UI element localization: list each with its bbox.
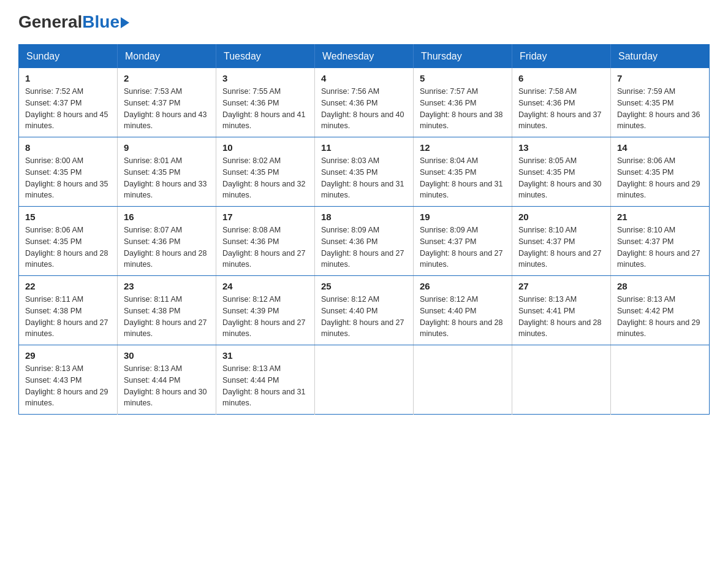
day-info: Sunrise: 8:09 AMSunset: 4:36 PMDaylight:… — [321, 224, 407, 270]
day-number: 24 — [222, 281, 308, 291]
day-info: Sunrise: 8:12 AMSunset: 4:40 PMDaylight:… — [321, 294, 407, 340]
calendar-table: Sunday Monday Tuesday Wednesday Thursday… — [18, 44, 710, 415]
table-row: 5Sunrise: 7:57 AMSunset: 4:36 PMDaylight… — [414, 68, 512, 137]
day-info: Sunrise: 7:56 AMSunset: 4:36 PMDaylight:… — [321, 86, 407, 132]
day-number: 21 — [617, 212, 703, 222]
header-friday: Friday — [512, 45, 611, 69]
day-number: 5 — [420, 73, 506, 83]
day-info: Sunrise: 8:07 AMSunset: 4:36 PMDaylight:… — [124, 224, 210, 270]
table-row: 7Sunrise: 7:59 AMSunset: 4:35 PMDaylight… — [611, 68, 710, 137]
calendar-week-row: 8Sunrise: 8:00 AMSunset: 4:35 PMDaylight… — [19, 137, 710, 207]
day-number: 27 — [518, 281, 604, 291]
calendar-week-row: 15Sunrise: 8:06 AMSunset: 4:35 PMDayligh… — [19, 207, 710, 276]
day-info: Sunrise: 8:13 AMSunset: 4:44 PMDaylight:… — [222, 363, 308, 409]
day-info: Sunrise: 8:03 AMSunset: 4:35 PMDaylight:… — [321, 155, 407, 201]
day-info: Sunrise: 8:09 AMSunset: 4:37 PMDaylight:… — [420, 224, 506, 270]
day-info: Sunrise: 7:57 AMSunset: 4:36 PMDaylight:… — [420, 86, 506, 132]
table-row — [611, 345, 710, 415]
table-row: 6Sunrise: 7:58 AMSunset: 4:36 PMDaylight… — [512, 68, 611, 137]
calendar-week-row: 29Sunrise: 8:13 AMSunset: 4:43 PMDayligh… — [19, 345, 710, 415]
day-info: Sunrise: 8:13 AMSunset: 4:42 PMDaylight:… — [617, 294, 703, 340]
day-number: 4 — [321, 73, 407, 83]
table-row: 17Sunrise: 8:08 AMSunset: 4:36 PMDayligh… — [216, 207, 315, 276]
day-number: 2 — [124, 73, 210, 83]
table-row: 12Sunrise: 8:04 AMSunset: 4:35 PMDayligh… — [414, 137, 512, 207]
day-number: 12 — [420, 142, 506, 153]
logo-blue-text: Blue — [82, 12, 119, 32]
day-info: Sunrise: 8:01 AMSunset: 4:35 PMDaylight:… — [124, 155, 210, 201]
day-number: 25 — [321, 281, 407, 291]
day-number: 19 — [420, 212, 506, 222]
day-number: 23 — [124, 281, 210, 291]
day-info: Sunrise: 7:59 AMSunset: 4:35 PMDaylight:… — [617, 86, 703, 132]
table-row — [414, 345, 512, 415]
table-row: 1Sunrise: 7:52 AMSunset: 4:37 PMDaylight… — [19, 68, 118, 137]
day-number: 7 — [617, 73, 703, 83]
day-info: Sunrise: 8:00 AMSunset: 4:35 PMDaylight:… — [25, 155, 111, 201]
day-info: Sunrise: 8:13 AMSunset: 4:41 PMDaylight:… — [518, 294, 604, 340]
day-info: Sunrise: 7:53 AMSunset: 4:37 PMDaylight:… — [124, 86, 210, 132]
day-info: Sunrise: 8:12 AMSunset: 4:40 PMDaylight:… — [420, 294, 506, 340]
calendar-week-row: 22Sunrise: 8:11 AMSunset: 4:38 PMDayligh… — [19, 276, 710, 345]
day-number: 9 — [124, 142, 210, 153]
day-info: Sunrise: 8:04 AMSunset: 4:35 PMDaylight:… — [420, 155, 506, 201]
table-row: 22Sunrise: 8:11 AMSunset: 4:38 PMDayligh… — [19, 276, 118, 345]
day-number: 14 — [617, 142, 703, 153]
day-number: 26 — [420, 281, 506, 291]
table-row: 10Sunrise: 8:02 AMSunset: 4:35 PMDayligh… — [216, 137, 315, 207]
table-row: 30Sunrise: 8:13 AMSunset: 4:44 PMDayligh… — [118, 345, 216, 415]
day-number: 31 — [222, 350, 308, 361]
day-number: 17 — [222, 212, 308, 222]
table-row: 21Sunrise: 8:10 AMSunset: 4:37 PMDayligh… — [611, 207, 710, 276]
table-row: 8Sunrise: 8:00 AMSunset: 4:35 PMDaylight… — [19, 137, 118, 207]
table-row: 29Sunrise: 8:13 AMSunset: 4:43 PMDayligh… — [19, 345, 118, 415]
day-info: Sunrise: 8:11 AMSunset: 4:38 PMDaylight:… — [124, 294, 210, 340]
day-info: Sunrise: 8:02 AMSunset: 4:35 PMDaylight:… — [222, 155, 308, 201]
day-info: Sunrise: 7:58 AMSunset: 4:36 PMDaylight:… — [518, 86, 604, 132]
day-number: 28 — [617, 281, 703, 291]
day-number: 11 — [321, 142, 407, 153]
logo-general-text: General — [18, 12, 82, 32]
table-row: 31Sunrise: 8:13 AMSunset: 4:44 PMDayligh… — [216, 345, 315, 415]
logo-blue-part: Blue — [82, 12, 129, 32]
table-row — [315, 345, 414, 415]
table-row: 3Sunrise: 7:55 AMSunset: 4:36 PMDaylight… — [216, 68, 315, 137]
table-row: 9Sunrise: 8:01 AMSunset: 4:35 PMDaylight… — [118, 137, 216, 207]
day-info: Sunrise: 8:05 AMSunset: 4:35 PMDaylight:… — [518, 155, 604, 201]
day-info: Sunrise: 8:10 AMSunset: 4:37 PMDaylight:… — [617, 224, 703, 270]
day-number: 3 — [222, 73, 308, 83]
calendar-header-row: Sunday Monday Tuesday Wednesday Thursday… — [19, 45, 710, 69]
table-row: 15Sunrise: 8:06 AMSunset: 4:35 PMDayligh… — [19, 207, 118, 276]
day-number: 18 — [321, 212, 407, 222]
table-row: 13Sunrise: 8:05 AMSunset: 4:35 PMDayligh… — [512, 137, 611, 207]
day-info: Sunrise: 8:13 AMSunset: 4:44 PMDaylight:… — [124, 363, 210, 409]
day-number: 6 — [518, 73, 604, 83]
day-info: Sunrise: 8:13 AMSunset: 4:43 PMDaylight:… — [25, 363, 111, 409]
day-info: Sunrise: 7:52 AMSunset: 4:37 PMDaylight:… — [25, 86, 111, 132]
day-info: Sunrise: 8:11 AMSunset: 4:38 PMDaylight:… — [25, 294, 111, 340]
day-number: 29 — [25, 350, 111, 361]
day-number: 16 — [124, 212, 210, 222]
table-row: 23Sunrise: 8:11 AMSunset: 4:38 PMDayligh… — [118, 276, 216, 345]
day-number: 10 — [222, 142, 308, 153]
header-thursday: Thursday — [414, 45, 512, 69]
day-info: Sunrise: 8:10 AMSunset: 4:37 PMDaylight:… — [518, 224, 604, 270]
table-row: 11Sunrise: 8:03 AMSunset: 4:35 PMDayligh… — [315, 137, 414, 207]
table-row — [512, 345, 611, 415]
table-row: 16Sunrise: 8:07 AMSunset: 4:36 PMDayligh… — [118, 207, 216, 276]
day-info: Sunrise: 8:06 AMSunset: 4:35 PMDaylight:… — [25, 224, 111, 270]
header-sunday: Sunday — [19, 45, 118, 69]
logo: General Blue — [18, 12, 129, 32]
table-row: 28Sunrise: 8:13 AMSunset: 4:42 PMDayligh… — [611, 276, 710, 345]
table-row: 26Sunrise: 8:12 AMSunset: 4:40 PMDayligh… — [414, 276, 512, 345]
header: General Blue — [18, 12, 710, 32]
day-number: 22 — [25, 281, 111, 291]
table-row: 25Sunrise: 8:12 AMSunset: 4:40 PMDayligh… — [315, 276, 414, 345]
header-wednesday: Wednesday — [315, 45, 414, 69]
day-number: 30 — [124, 350, 210, 361]
header-monday: Monday — [118, 45, 216, 69]
table-row: 2Sunrise: 7:53 AMSunset: 4:37 PMDaylight… — [118, 68, 216, 137]
day-number: 1 — [25, 73, 111, 83]
table-row: 27Sunrise: 8:13 AMSunset: 4:41 PMDayligh… — [512, 276, 611, 345]
table-row: 14Sunrise: 8:06 AMSunset: 4:35 PMDayligh… — [611, 137, 710, 207]
